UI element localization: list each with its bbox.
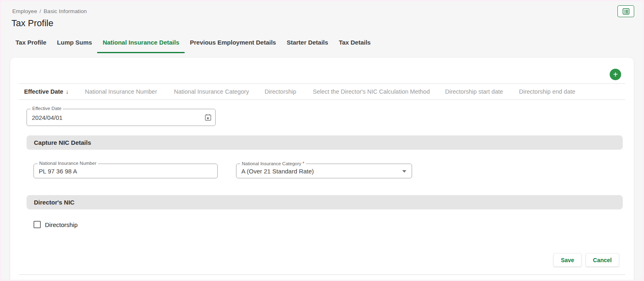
directorship-checkbox[interactable] (33, 221, 41, 228)
column-header-ni-number[interactable]: National Insurance Number (80, 88, 169, 95)
column-header-directorship[interactable]: Directorship (259, 88, 308, 95)
ni-number-field[interactable]: National Insurance Number PL 97 36 98 A (33, 164, 218, 178)
row-divider (19, 274, 625, 275)
section-capture-nic-details: Capture NIC Details (27, 135, 623, 150)
ni-category-select[interactable]: National Insurance Category* A (Over 21 … (236, 164, 412, 178)
column-header-directorship-start[interactable]: Directorship start date (440, 88, 514, 95)
column-header-nic-calc-method[interactable]: Select the Director's NIC Calculation Me… (308, 88, 440, 95)
tab-national-insurance-details[interactable]: National Insurance Details (97, 39, 185, 53)
record-edit-form: Effective Date 2024/04/01 Capture NIC De… (19, 100, 625, 275)
add-icon: + (613, 70, 618, 79)
page-header: Employee/Basic Information Tax Profile (1, 1, 643, 29)
effective-date-value[interactable]: 2024/04/01 (27, 109, 215, 126)
required-asterisk: * (303, 161, 305, 166)
national-insurance-card: + Effective Date↓ National Insurance Num… (10, 58, 634, 280)
section-directors-nic: Director's NIC (27, 195, 623, 209)
tab-bar: Tax Profile Lump Sums National Insurance… (10, 39, 643, 53)
tab-previous-employment-details[interactable]: Previous Employment Details (185, 39, 281, 53)
breadcrumb-separator: / (40, 8, 41, 14)
nic-fields-row: National Insurance Number PL 97 36 98 A … (33, 164, 625, 178)
page: Employee/Basic Information Tax Profile T… (1, 1, 643, 280)
effective-date-field[interactable]: Effective Date 2024/04/01 (27, 109, 216, 126)
directorship-checkbox-label: Directorship (45, 221, 78, 228)
breadcrumb-employee[interactable]: Employee (12, 8, 37, 14)
column-header-ni-category[interactable]: National Insurance Category (169, 88, 259, 95)
tab-tax-profile[interactable]: Tax Profile (10, 39, 52, 53)
chevron-down-icon[interactable] (402, 170, 406, 173)
column-header-effective-date[interactable]: Effective Date↓ (19, 88, 80, 95)
breadcrumb-basic-information[interactable]: Basic Information (44, 8, 87, 14)
view-toggle-button[interactable] (617, 5, 634, 17)
form-actions: Save Cancel (19, 253, 619, 267)
tab-lump-sums[interactable]: Lump Sums (52, 39, 98, 53)
cancel-button[interactable]: Cancel (586, 253, 619, 267)
calendar-icon[interactable] (205, 114, 212, 121)
tab-tax-details[interactable]: Tax Details (334, 39, 376, 53)
breadcrumb: Employee/Basic Information (12, 8, 643, 14)
page-title: Tax Profile (11, 18, 643, 29)
directorship-checkbox-row: Directorship (33, 221, 625, 228)
section-title: Capture NIC Details (34, 139, 91, 146)
tab-starter-details[interactable]: Starter Details (281, 39, 334, 53)
save-button[interactable]: Save (553, 253, 582, 267)
add-record-button[interactable]: + (610, 69, 621, 80)
column-header-directorship-end[interactable]: Directorship end date (514, 88, 625, 95)
section-title: Director's NIC (34, 199, 74, 206)
sort-descending-icon: ↓ (66, 88, 69, 95)
ni-number-label: National Insurance Number (38, 161, 98, 166)
ni-category-label: National Insurance Category* (240, 161, 306, 166)
effective-date-label: Effective Date (31, 106, 63, 111)
ni-number-value[interactable]: PL 97 36 98 A (34, 164, 217, 178)
grid-header-row: Effective Date↓ National Insurance Numbe… (19, 83, 625, 100)
list-view-icon (622, 8, 630, 15)
